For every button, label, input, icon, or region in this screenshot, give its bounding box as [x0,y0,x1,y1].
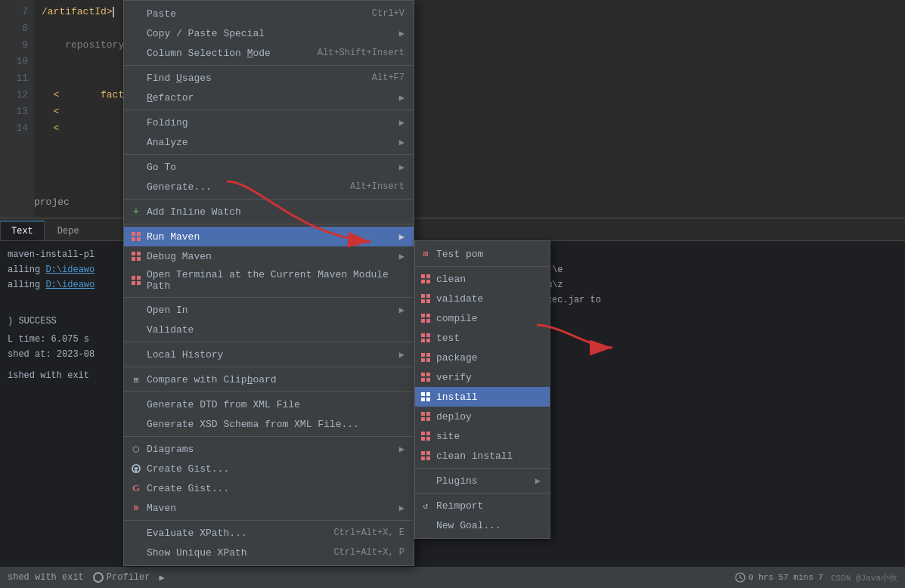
menu-item-open-in[interactable]: Open In ▶ [124,300,414,320]
line-num-7: 7 [0,4,34,20]
svg-rect-32 [421,353,425,357]
menu-item-show-unique-xpath[interactable]: Show Unique XPath Ctrl+Alt+X, P [124,543,414,562]
svg-rect-23 [426,299,430,303]
submenu-clean-install[interactable]: clean install [415,446,550,466]
svg-rect-10 [137,257,141,261]
menu-item-find-usages[interactable]: Find Usages Alt+F7 [124,68,414,88]
menu-item-folding[interactable]: Folding ▶ [124,113,414,132]
svg-rect-7 [132,252,135,255]
menu-item-local-history[interactable]: Local History ▶ [124,345,414,364]
menu-item-column-selection[interactable]: Column Selection Mode Alt+Shift+Insert [124,43,414,63]
submenu-clean[interactable]: clean [415,269,550,289]
maven-label-icon: m [130,502,142,514]
menu-item-compare-clipboard[interactable]: ⊞ Compare with Clipboard [124,370,414,389]
menu-item-add-inline-watch[interactable]: + Add Inline Watch [124,202,414,221]
separator-8 [124,367,414,367]
submenu-reimport[interactable]: ↺ Reimport [415,496,550,515]
project-label: projec [34,197,70,208]
site-icon [420,430,432,442]
menu-item-maven[interactable]: m Maven ▶ [124,498,414,518]
submenu-validate[interactable]: validate [415,289,550,308]
svg-rect-14 [137,281,141,285]
svg-rect-21 [426,294,430,298]
svg-rect-52 [421,451,425,455]
separator-7 [124,342,414,342]
svg-rect-29 [426,333,430,337]
svg-rect-11 [132,276,135,280]
menu-item-run-maven[interactable]: Run Maven ▶ [124,227,414,246]
submenu-install[interactable]: install [415,387,550,407]
submenu-plugins[interactable]: Plugins ▶ [415,471,550,491]
line-num-14: 14 [0,120,34,137]
line-num-8: 8 [0,20,34,37]
submenu-test[interactable]: test [415,328,550,348]
separator-5 [124,224,414,224]
menu-item-generate-xsd[interactable]: Generate XSD Schema from XML File... [124,414,414,434]
terminal-icon [130,274,142,286]
separator-10 [124,436,414,437]
clock-icon [735,572,745,583]
svg-rect-53 [426,451,430,455]
menu-item-create-gist-github[interactable]: Create Gist... [124,459,414,478]
submenu-compile[interactable]: compile [415,308,550,328]
submenu-test-pom[interactable]: m Test pom [415,244,550,264]
submenu-new-goal[interactable]: New Goal... [415,515,550,535]
tab-text[interactable]: Text [0,221,45,240]
menu-item-goto[interactable]: Go To ▶ [124,157,414,177]
menu-item-diagrams[interactable]: ⬡ Diagrams ▶ [124,439,414,459]
profiler-button[interactable]: Profiler [93,572,150,583]
sub-sep-1 [415,266,550,267]
status-text: shed with exit [8,572,84,583]
test-pom-icon: m [420,248,432,260]
svg-rect-9 [132,257,135,261]
svg-rect-20 [421,294,425,298]
status-bar: shed with exit Profiler ▶ 0 hrs 57 mins … [0,567,905,588]
svg-rect-47 [426,417,430,421]
menu-item-paste[interactable]: Paste Ctrl+V [124,4,414,23]
submenu-site[interactable]: site [415,426,550,446]
compile-icon [420,312,432,324]
menu-item-generate[interactable]: Generate... Alt+Insert [124,177,414,197]
svg-rect-26 [421,319,425,323]
menu-item-generate-dtd[interactable]: Generate DTD from XML File [124,395,414,414]
menu-item-copy-paste-special[interactable]: Copy / Paste Special ▶ [124,23,414,43]
svg-rect-25 [426,314,430,317]
menu-item-debug-maven[interactable]: Debug Maven ▶ [124,246,414,266]
menu-item-analyze[interactable]: Analyze ▶ [124,132,414,152]
menu-item-create-gist-g[interactable]: G Create Gist... [124,478,414,498]
github-icon [130,463,142,475]
line-num-12: 12 [0,87,34,104]
submenu-verify[interactable]: verify [415,367,550,387]
watermark: CSDN @Java小伙 [831,572,897,583]
svg-rect-33 [426,353,430,357]
separator-9 [124,391,414,392]
svg-rect-6 [137,237,141,241]
svg-rect-17 [426,274,430,278]
g-red-icon: G [130,482,142,494]
menu-item-evaluate-xpath[interactable]: Evaluate XPath... Ctrl+Alt+X, E [124,523,414,543]
line-num-13: 13 [0,104,34,120]
menu-item-open-terminal[interactable]: Open Terminal at the Current Maven Modul… [124,266,414,295]
submenu-deploy[interactable]: deploy [415,407,550,426]
line-num-11: 11 [0,70,34,87]
tab-depe[interactable]: Depe [46,221,91,240]
svg-rect-36 [421,373,425,376]
svg-rect-12 [137,276,141,280]
svg-rect-51 [426,437,430,441]
status-right: 0 hrs 57 mins 7 CSDN @Java小伙 [735,572,897,583]
separator-4 [124,199,414,200]
submenu-package[interactable]: package [415,348,550,367]
arrow-indicator: ▶ [159,572,164,583]
menu-item-refactor[interactable]: Refactor ▶ [124,88,414,107]
profiler-icon [93,572,104,583]
svg-rect-42 [421,398,425,401]
debug-maven-icon [130,250,142,262]
svg-rect-18 [421,280,425,283]
svg-rect-48 [421,432,425,435]
menu-item-validate[interactable]: Validate [124,320,414,339]
run-maven-submenu: m Test pom clean validate compile test p… [414,240,550,539]
svg-rect-44 [421,412,425,416]
svg-rect-30 [421,339,425,342]
svg-point-15 [132,464,141,473]
time-display: 0 hrs 57 mins 7 [735,572,823,583]
